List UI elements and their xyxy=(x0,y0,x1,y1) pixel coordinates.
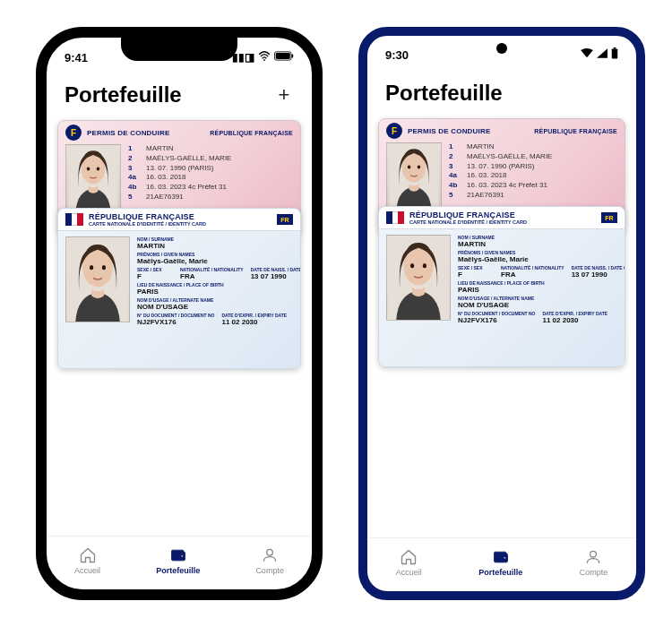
tab-portefeuille[interactable]: Portefeuille xyxy=(478,548,522,577)
cni-header: RÉPUBLIQUE FRANÇAISE CARTE NATIONALE D'I… xyxy=(379,207,625,229)
permis-photo xyxy=(65,144,121,212)
page-header: Portefeuille + xyxy=(47,70,312,115)
status-icons xyxy=(581,47,618,62)
tab-accueil[interactable]: Accueil xyxy=(74,546,100,575)
eu-flag-icon: F xyxy=(65,125,82,141)
cni-body: NOM / Surname MARTIN Prénoms / Given nam… xyxy=(58,231,300,333)
tab-portefeuille[interactable]: Portefeuille xyxy=(156,546,200,575)
tab-compte[interactable]: Compte xyxy=(580,548,608,577)
permis-body: 1MARTIN 2MAËLYS-GAËLLE, MARIE 313. 07. 1… xyxy=(379,141,625,212)
cni-fields: NOM / Surname MARTIN Prénoms / Given nam… xyxy=(458,235,617,326)
status-time: 9:30 xyxy=(385,48,409,62)
cni-photo xyxy=(65,236,130,322)
eu-badge-icon: FR xyxy=(277,214,293,225)
cni-title: RÉPUBLIQUE FRANÇAISE xyxy=(409,210,527,219)
cni-subtitle: CARTE NATIONALE D'IDENTITÉ / IDENTITY CA… xyxy=(89,221,206,227)
tab-bar: Accueil Portefeuille Compte xyxy=(47,536,312,589)
wifi-icon xyxy=(581,48,593,61)
status-time: 9:41 xyxy=(65,51,88,64)
battery-icon xyxy=(611,47,618,62)
card-stack: F PERMIS DE CONDUIRE RÉPUBLIQUE FRANÇAIS… xyxy=(378,118,625,367)
wallet-content: F PERMIS DE CONDUIRE RÉPUBLIQUE FRANÇAIS… xyxy=(47,115,312,536)
user-icon xyxy=(584,548,602,566)
permis-title: PERMIS DE CONDUIRE xyxy=(408,127,491,135)
card-cni[interactable]: RÉPUBLIQUE FRANÇAISE CARTE NATIONALE D'I… xyxy=(57,208,301,369)
iphone-mockup: 9:41 ▮▮◨ Portefeuille + F PERMIS DE COND… xyxy=(36,27,323,600)
tab-bar: Accueil Portefeuille Compte xyxy=(367,537,636,591)
tab-compte[interactable]: Compte xyxy=(255,546,284,575)
france-flag-icon xyxy=(386,211,404,224)
permis-body: 1MARTIN 2MAËLYS-GAËLLE, MARIE 313. 07. 1… xyxy=(58,142,300,214)
permis-title: PERMIS DE CONDUIRE xyxy=(87,129,170,137)
permis-fields: 1MARTIN 2MAËLYS-GAËLLE, MARIE 313. 07. 1… xyxy=(449,142,617,210)
page-header: Portefeuille xyxy=(367,68,636,113)
wallet-icon xyxy=(492,548,510,566)
svg-rect-12 xyxy=(614,47,616,48)
home-icon xyxy=(400,548,418,566)
card-cni[interactable]: RÉPUBLIQUE FRANÇAISE CARTE NATIONALE D'I… xyxy=(378,206,625,367)
android-mockup: 9:30 Portefeuille F PERMIS DE CONDUIRE R xyxy=(358,27,645,600)
permis-header: F PERMIS DE CONDUIRE RÉPUBLIQUE FRANÇAIS… xyxy=(379,119,625,141)
user-icon xyxy=(261,546,279,564)
signal-icon: ▮▮◨ xyxy=(232,51,254,64)
cni-photo xyxy=(386,235,451,321)
cni-body: NOM / Surname MARTIN Prénoms / Given nam… xyxy=(379,229,625,331)
cni-subtitle: CARTE NATIONALE D'IDENTITÉ / IDENTITY CA… xyxy=(409,219,527,225)
page-title: Portefeuille xyxy=(385,81,503,106)
eu-flag-icon: F xyxy=(386,123,402,139)
france-flag-icon xyxy=(65,213,83,226)
permis-country: RÉPUBLIQUE FRANÇAISE xyxy=(210,130,293,136)
permis-photo xyxy=(386,142,442,210)
card-stack: F PERMIS DE CONDUIRE RÉPUBLIQUE FRANÇAIS… xyxy=(57,120,301,369)
svg-point-8 xyxy=(263,59,265,61)
android-camera-hole xyxy=(496,43,507,54)
cni-header: RÉPUBLIQUE FRANÇAISE CARTE NATIONALE D'I… xyxy=(58,209,300,231)
status-icons: ▮▮◨ xyxy=(232,51,294,64)
iphone-notch xyxy=(121,38,237,61)
permis-country: RÉPUBLIQUE FRANÇAISE xyxy=(534,128,617,134)
wallet-icon xyxy=(169,546,187,564)
home-icon xyxy=(79,546,97,564)
signal-icon xyxy=(597,48,607,61)
cni-title: RÉPUBLIQUE FRANÇAISE xyxy=(89,212,206,221)
svg-rect-10 xyxy=(276,53,290,59)
wallet-content: F PERMIS DE CONDUIRE RÉPUBLIQUE FRANÇAIS… xyxy=(367,113,636,537)
permis-fields: 1MARTIN 2MAËLYS-GAËLLE, MARIE 313. 07. 1… xyxy=(128,144,293,212)
wifi-icon xyxy=(258,51,271,64)
add-button[interactable]: + xyxy=(274,85,294,105)
svg-rect-13 xyxy=(612,48,618,58)
page-title: Portefeuille xyxy=(65,82,182,107)
tab-accueil[interactable]: Accueil xyxy=(396,548,422,577)
battery-icon xyxy=(274,51,294,64)
svg-rect-11 xyxy=(291,54,293,57)
cni-fields: NOM / Surname MARTIN Prénoms / Given nam… xyxy=(137,236,293,328)
permis-header: F PERMIS DE CONDUIRE RÉPUBLIQUE FRANÇAIS… xyxy=(58,121,300,142)
eu-badge-icon: FR xyxy=(601,212,617,223)
